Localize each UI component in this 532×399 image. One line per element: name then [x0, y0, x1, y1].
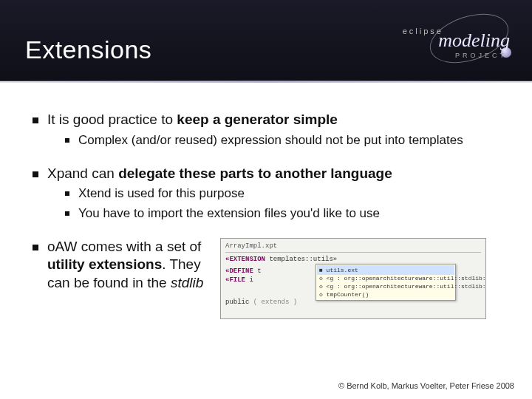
copyright-footer: © Bernd Kolb, Markus Voelter, Peter Frie…: [338, 381, 514, 390]
file-keyword: «FILE: [225, 276, 245, 284]
bullet-group-3: oAW comes with a set of utility extensio…: [33, 238, 511, 319]
editor-tab: ArrayImpl.xpt: [225, 242, 481, 253]
popup-row-2: ◇ <g : org::openarchitectureware::util::…: [319, 283, 486, 290]
bullet-1: It is good practice to keep a generator …: [33, 111, 511, 129]
bullet-3-strong: utility extensions: [47, 256, 162, 272]
bullet-3-em: stdlib: [171, 275, 203, 290]
bullet-1-pre: It is good practice to: [47, 112, 177, 127]
logo-line2: modeling: [438, 30, 510, 52]
define-keyword: «DEFINE: [225, 267, 253, 275]
bullet-3-pre: oAW comes with a set of: [47, 239, 201, 254]
content: It is good practice to keep a generator …: [33, 111, 511, 335]
code-line-1: «EXTENSION templates::utils»: [225, 255, 481, 264]
header-band: Extensions eclipse modeling PROJECT: [0, 0, 532, 81]
popup-row-0: ■ utils.ext: [317, 265, 454, 275]
extension-path: templates::utils»: [265, 256, 337, 263]
extension-keyword: «EXTENSION: [225, 256, 265, 263]
code-screenshot: ArrayImpl.xpt «EXTENSION templates::util…: [220, 238, 486, 319]
bullet-2b: You have to import the extension files y…: [65, 205, 511, 222]
autocomplete-popup: ■ utils.ext ◇ <g : org::openarchitecture…: [316, 264, 456, 301]
slide-title: Extensions: [25, 35, 151, 64]
bullet-2-pre: Xpand can: [47, 166, 118, 181]
slide: Extensions eclipse modeling PROJECT It i…: [0, 0, 532, 399]
bullet-1a: Complex (and/or reused) expression shoul…: [65, 132, 511, 149]
logo-line3: PROJECT: [455, 52, 507, 59]
logo-line1: eclipse: [403, 27, 443, 35]
bullet-2a: Xtend is used for this purpose: [65, 185, 511, 202]
bullet-1-strong: keep a generator simple: [177, 112, 338, 127]
bullet-2: Xpand can delegate these parts to anothe…: [33, 165, 511, 183]
popup-row-3: ◇ tmpCounter(): [319, 291, 369, 298]
bullet-group-1: It is good practice to keep a generator …: [33, 111, 511, 149]
bullet-group-2: Xpand can delegate these parts to anothe…: [33, 165, 511, 222]
bullet-3: oAW comes with a set of utility extensio…: [33, 238, 210, 293]
bullet-2-strong: delegate these parts to another language: [118, 166, 392, 181]
popup-row-1: ◇ <g : org::openarchitectureware::util::…: [319, 275, 486, 282]
eclipse-modeling-logo: eclipse modeling PROJECT: [392, 12, 517, 69]
bullet-3-text: oAW comes with a set of utility extensio…: [33, 238, 210, 296]
